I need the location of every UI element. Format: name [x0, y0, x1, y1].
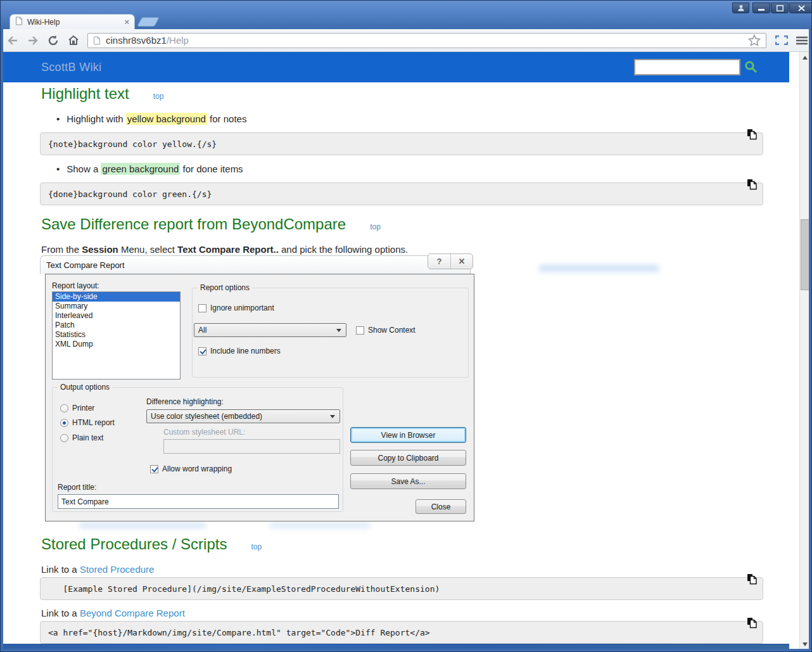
checkbox-checked[interactable]	[150, 465, 158, 473]
tab-title: Wiki-Help	[27, 18, 124, 27]
allow-word-wrapping-checkbox[interactable]: Allow word wrapping	[146, 464, 232, 473]
bc-report-link-line: Link to a Beyond Compare Report	[41, 608, 185, 618]
copy-icon[interactable]	[747, 179, 758, 192]
layout-option[interactable]: Patch	[53, 321, 180, 330]
page-favicon-icon	[15, 16, 23, 28]
copy-to-clipboard-button[interactable]: Copy to Clipboard	[350, 450, 466, 466]
dialog-caption-buttons: ? ✕	[428, 253, 473, 269]
difference-highlighting-label: Difference highlighting:	[146, 397, 224, 406]
copy-icon[interactable]	[747, 129, 758, 142]
custom-stylesheet-input	[163, 439, 340, 454]
dialog-close-button[interactable]: Close	[416, 499, 466, 514]
profile-icon[interactable]	[732, 3, 749, 13]
report-title-input[interactable]	[58, 494, 339, 509]
green-highlight: green background	[101, 163, 180, 175]
minimize-button[interactable]	[752, 3, 770, 13]
report-layout-listbox[interactable]: Side-by-side Summary Interleaved Patch S…	[52, 291, 181, 380]
search-icon[interactable]	[744, 60, 758, 76]
dialog-close-icon[interactable]: ✕	[450, 254, 473, 269]
heading-text: Stored Procedures / Scripts	[41, 535, 227, 553]
new-tab-button[interactable]	[137, 17, 160, 27]
dialog-body: Report layout: Side-by-side Summary Inte…	[45, 274, 474, 521]
bc-instruction: From the Session Menu, select Text Compa…	[41, 244, 408, 255]
beyondcompare-dialog-screenshot: Text Compare Report ? ✕ Report layout: S…	[40, 255, 476, 524]
dialog-titlebar: Text Compare Report	[40, 255, 471, 274]
html-report-radio[interactable]: HTML report	[56, 418, 115, 427]
report-title-label: Report title:	[58, 483, 96, 492]
browser-toolbar: cinshr8sv6bz1/Help	[1, 29, 812, 52]
section-heading-stored: Stored Procedures / Scripts top	[41, 535, 262, 553]
browser-window: Wiki-Help ×	[0, 0, 812, 652]
tab-close-icon[interactable]: ×	[124, 18, 129, 26]
scroll-up-icon[interactable]	[802, 56, 808, 60]
report-options-group: Report options Ignore unimportant All Sh…	[192, 288, 469, 378]
menu-icon[interactable]	[793, 32, 811, 49]
radio-selected[interactable]	[60, 419, 68, 427]
window-titlebar: Wiki-Help ×	[1, 1, 811, 29]
stored-procedure-link[interactable]: Stored Procedure	[80, 564, 155, 575]
copy-icon[interactable]	[747, 573, 758, 587]
checkbox-checked[interactable]	[198, 347, 206, 355]
beyond-compare-report-link[interactable]: Beyond Compare Report	[80, 608, 185, 618]
show-context-checkbox[interactable]: Show Context	[352, 326, 416, 335]
plain-text-radio[interactable]: Plain text	[56, 433, 103, 442]
scroll-down-icon[interactable]	[802, 642, 808, 646]
window-controls	[752, 3, 812, 13]
window-border-right	[809, 29, 811, 651]
checkbox-unchecked[interactable]	[356, 326, 364, 335]
radio-unselected[interactable]	[60, 434, 68, 442]
checkbox-unchecked[interactable]	[198, 304, 206, 312]
code-block: {done}background color green.{/s}	[40, 182, 763, 205]
stored-link-line: Link to a Stored Procedure	[41, 564, 154, 575]
url-path: /Help	[167, 35, 189, 46]
back-button[interactable]	[4, 32, 22, 49]
help-icon[interactable]: ?	[428, 254, 450, 269]
url-host: cinshr8sv6bz1	[106, 35, 167, 46]
window-border-bottom	[1, 649, 811, 651]
wiki-search-input[interactable]	[634, 59, 740, 75]
layout-option[interactable]: Interleaved	[53, 311, 180, 321]
custom-stylesheet-label: Custom stylesheet URL:	[163, 428, 245, 437]
url-bar[interactable]: cinshr8sv6bz1/Help	[87, 33, 766, 48]
scrollbar-thumb[interactable]	[801, 219, 809, 290]
ignore-unimportant-checkbox[interactable]: Ignore unimportant	[194, 304, 274, 312]
reload-button[interactable]	[44, 32, 62, 49]
list-item: Highlight with yellow background for not…	[56, 113, 246, 124]
output-options-group: Output options Printer HTML report Plain…	[52, 387, 343, 512]
close-button[interactable]	[789, 3, 812, 13]
layout-option[interactable]: Statistics	[53, 330, 180, 340]
window-border-left	[1, 29, 3, 651]
printer-radio[interactable]: Printer	[56, 404, 94, 412]
radio-unselected[interactable]	[60, 404, 68, 412]
view-in-browser-button[interactable]: View in Browser	[350, 427, 466, 443]
top-link[interactable]: top	[153, 92, 164, 101]
difference-highlighting-dropdown[interactable]: Use color stylesheet (embedded)	[146, 409, 340, 423]
code-block: {note}background color yellow.{/s}	[40, 132, 763, 155]
top-link[interactable]: top	[251, 542, 262, 551]
layout-option[interactable]: XML Dump	[53, 340, 180, 349]
include-line-numbers-checkbox[interactable]: Include line numbers	[194, 347, 281, 355]
home-button[interactable]	[65, 32, 82, 49]
code-block: <a href="{host}/Markdown/img/site/Compar…	[40, 621, 763, 644]
bookmark-star-icon[interactable]	[748, 34, 761, 46]
report-options-label: Report options	[198, 283, 252, 292]
code-block: [Example Stored Procedure](/img/site/Exa…	[40, 577, 763, 600]
report-layout-label: Report layout:	[52, 281, 99, 290]
browser-tab[interactable]: Wiki-Help ×	[10, 14, 135, 29]
top-link[interactable]: top	[370, 222, 381, 231]
filter-dropdown[interactable]: All	[194, 323, 346, 337]
heading-text: Save Difference report from BeyondCompar…	[41, 215, 346, 233]
profile-button[interactable]	[732, 3, 749, 13]
wiki-page: ScottB Wiki Highlight text top Highlight…	[3, 52, 810, 650]
copy-icon[interactable]	[747, 617, 758, 630]
maximize-button[interactable]	[771, 3, 789, 13]
output-options-label: Output options	[58, 383, 112, 392]
section-heading-highlight: Highlight text top	[41, 85, 163, 103]
heading-text: Highlight text	[41, 85, 129, 103]
list-item: Show a green background for done items	[56, 163, 243, 174]
presentation-mode-icon[interactable]	[773, 32, 790, 49]
save-as-button[interactable]: Save As...	[350, 473, 466, 489]
forward-button[interactable]	[24, 32, 42, 49]
layout-option[interactable]: Summary	[53, 302, 180, 311]
layout-option-selected[interactable]: Side-by-side	[53, 292, 180, 302]
